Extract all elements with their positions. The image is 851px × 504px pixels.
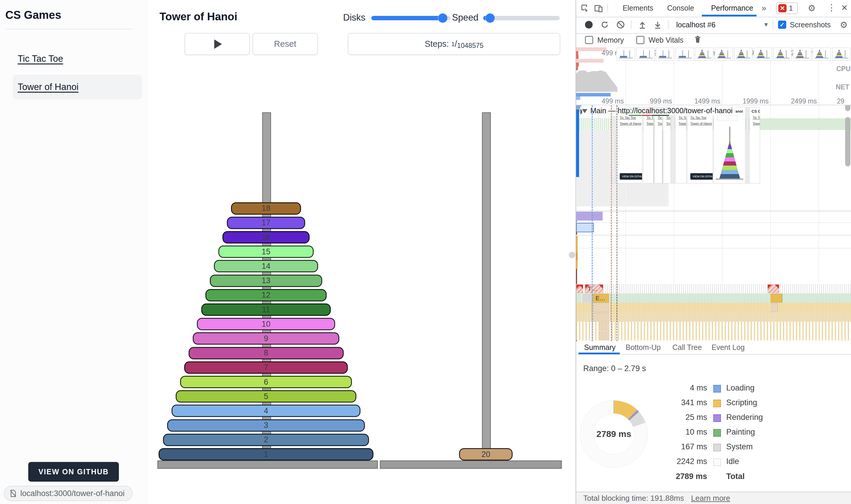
scrollbar-thumb[interactable] bbox=[845, 105, 850, 111]
disk-17[interactable]: 17 bbox=[227, 217, 306, 229]
memory-checkbox[interactable] bbox=[585, 36, 593, 44]
clear-icon[interactable] bbox=[616, 20, 625, 29]
settings-gear-icon[interactable]: ⚙ bbox=[808, 3, 816, 13]
sidebar-item-tower-of-hanoi[interactable]: Tower of Hanoi bbox=[13, 75, 142, 100]
filmstrip-thumbnail[interactable] bbox=[715, 48, 733, 60]
mini-pyramid bbox=[737, 49, 745, 58]
speed-slider[interactable] bbox=[483, 16, 560, 20]
flame-row-2[interactable] bbox=[576, 303, 851, 312]
main-thread-header[interactable]: Main — http://localhost:3000/tower-of-ha… bbox=[576, 249, 851, 259]
disk-1[interactable]: 1 bbox=[159, 448, 373, 461]
disk-11[interactable]: 11 bbox=[201, 304, 331, 316]
screenshot-games-page[interactable]: CS GamesTic Tac ToeTower of Hanoi bbox=[675, 130, 687, 183]
filmstrip-thumbnail[interactable] bbox=[695, 48, 713, 60]
sidebar-item-tic-tac-toe[interactable]: Tic Tac Toe bbox=[13, 47, 142, 71]
filmstrip-thumbnail[interactable] bbox=[773, 48, 792, 60]
disk-12[interactable]: 12 bbox=[205, 289, 326, 301]
screenshot-games-page[interactable]: CS GamesTic Tac ToeTower of Hanoi bbox=[663, 130, 671, 183]
filmstrip-thumbnail[interactable] bbox=[676, 48, 694, 60]
flame-row-0[interactable]: T… bbox=[576, 284, 851, 293]
disk-14[interactable]: 14 bbox=[214, 260, 318, 272]
filmstrip-thumbnail[interactable] bbox=[734, 48, 752, 60]
filmstrip-thumbnail[interactable] bbox=[832, 48, 850, 60]
disk-4[interactable]: 4 bbox=[172, 404, 361, 417]
disk-6[interactable]: 6 bbox=[180, 376, 352, 388]
scrollbar-thumb[interactable] bbox=[845, 117, 850, 166]
disks-slider-thumb[interactable] bbox=[438, 13, 448, 23]
base-right bbox=[380, 461, 562, 469]
kebab-menu-icon[interactable]: ⋮ bbox=[827, 2, 836, 13]
details-tab-summary[interactable]: Summary bbox=[584, 341, 615, 354]
more-tabs-icon[interactable]: » bbox=[762, 0, 766, 16]
tab-elements[interactable]: Elements bbox=[620, 0, 656, 16]
details-tab-bottom-up[interactable]: Bottom-Up bbox=[626, 341, 661, 354]
interactions-track[interactable]: Interactions bbox=[576, 235, 851, 249]
timeline-overview[interactable]: 499 ms999 ms1499 ms1999 ms2499 msCPUNET4… bbox=[576, 47, 851, 105]
history-select[interactable]: localhost #6 bbox=[676, 21, 715, 29]
disk-2[interactable]: 2 bbox=[163, 434, 369, 446]
speed-slider-thumb[interactable] bbox=[485, 13, 495, 23]
device-toolbar-icon[interactable] bbox=[594, 3, 603, 13]
save-profile-icon[interactable] bbox=[653, 20, 662, 29]
filmstrip-thumbnail[interactable] bbox=[813, 48, 831, 60]
screenshot-games-page[interactable]: CS GamesTic Tac ToeTower of Hanoi bbox=[643, 130, 654, 183]
tab-performance[interactable]: Performance bbox=[706, 0, 759, 16]
filmstrip-thumbnail[interactable] bbox=[793, 48, 811, 60]
screenshots-checkbox[interactable]: ✓ bbox=[778, 21, 786, 29]
filmstrip-thumbnail[interactable] bbox=[754, 48, 772, 60]
disk-3[interactable]: 3 bbox=[167, 419, 365, 432]
screenshot-games-page[interactable]: CS GamesTic Tac ToeTower of HanoiVIEW ON… bbox=[687, 130, 713, 183]
disk-10[interactable]: 10 bbox=[197, 318, 335, 330]
issues-badge[interactable]: ✕ 1 bbox=[776, 2, 798, 14]
screenshot-hanoi-page[interactable]: Tower of Hanoi bbox=[714, 130, 745, 183]
devtools-resize-handle[interactable] bbox=[569, 252, 575, 258]
timings-track[interactable]: FPFCPLLCPTimings bbox=[576, 223, 851, 235]
flame-row-1[interactable]: E… bbox=[576, 293, 851, 303]
frames-screenshots[interactable]: CS GamesTic Tac ToeTower of HanoiVIEW ON… bbox=[576, 130, 851, 211]
select-chevron-icon[interactable]: ▼ bbox=[763, 21, 769, 28]
animation-track[interactable]: Animation bbox=[576, 211, 851, 223]
disk-7[interactable]: 7 bbox=[184, 361, 348, 374]
load-profile-icon[interactable] bbox=[638, 20, 647, 29]
disk-20[interactable]: 20 bbox=[459, 448, 513, 461]
disk-9[interactable]: 9 bbox=[193, 332, 339, 345]
screenshot-games-page[interactable] bbox=[671, 130, 675, 183]
filmstrip-thumbnail[interactable] bbox=[637, 48, 655, 60]
record-icon[interactable] bbox=[585, 21, 593, 29]
reset-button[interactable]: Reset bbox=[253, 33, 318, 55]
disk-8[interactable]: 8 bbox=[189, 347, 344, 359]
screenshot-games-page[interactable]: CS GamesTic Tac ToeTower of Hanoi bbox=[655, 130, 662, 183]
learn-more-link[interactable]: Learn more bbox=[691, 494, 730, 503]
screenshot-games-page[interactable] bbox=[611, 130, 615, 183]
mini-flat-stack bbox=[620, 56, 627, 58]
cpu-gray-area bbox=[576, 70, 618, 92]
disk-15[interactable]: 15 bbox=[218, 246, 314, 258]
disk-16[interactable]: 16 bbox=[223, 231, 310, 244]
flame-row-5[interactable] bbox=[576, 331, 851, 341]
filmstrip-thumbnail[interactable] bbox=[656, 48, 674, 60]
details-tab-call-tree[interactable]: Call Tree bbox=[672, 341, 702, 354]
expander-expanded-icon[interactable] bbox=[582, 109, 587, 113]
disks-slider[interactable] bbox=[371, 16, 451, 20]
inspect-element-icon[interactable] bbox=[580, 3, 590, 13]
web-vitals-checkbox[interactable] bbox=[636, 36, 644, 44]
play-button[interactable] bbox=[185, 33, 250, 55]
trash-icon[interactable] bbox=[693, 35, 702, 44]
main-section-label[interactable]: Main — http://localhost:3000/tower-of-ha… bbox=[582, 106, 736, 115]
disk-18[interactable]: 18 bbox=[231, 202, 301, 215]
capture-settings-gear-icon[interactable]: ⚙ bbox=[840, 20, 848, 30]
close-devtools-icon[interactable]: ✕ bbox=[841, 3, 848, 13]
flame-row-3[interactable] bbox=[576, 312, 851, 322]
view-on-github-button[interactable]: VIEW ON GITHUB bbox=[28, 462, 119, 482]
flame-row-4[interactable] bbox=[576, 322, 851, 331]
devtools-panel: ElementsConsolePerformance » ✕ 1 ⚙ ⋮ ✕ l… bbox=[576, 0, 851, 504]
screenshot-games-page[interactable]: CS GamesTic Tac ToeTower of Hanoi bbox=[749, 130, 760, 183]
screenshot-games-page[interactable]: CS GamesTic Tac ToeTower of HanoiVIEW ON… bbox=[616, 130, 642, 183]
tab-console[interactable]: Console bbox=[664, 0, 697, 16]
disk-13[interactable]: 13 bbox=[210, 275, 323, 287]
disk-5[interactable]: 5 bbox=[176, 390, 357, 402]
details-tab-event-log[interactable]: Event Log bbox=[712, 341, 745, 354]
screenshot-games-page[interactable] bbox=[746, 130, 749, 183]
reload-record-icon[interactable] bbox=[600, 20, 609, 29]
filmstrip-thumbnail[interactable] bbox=[617, 48, 635, 60]
